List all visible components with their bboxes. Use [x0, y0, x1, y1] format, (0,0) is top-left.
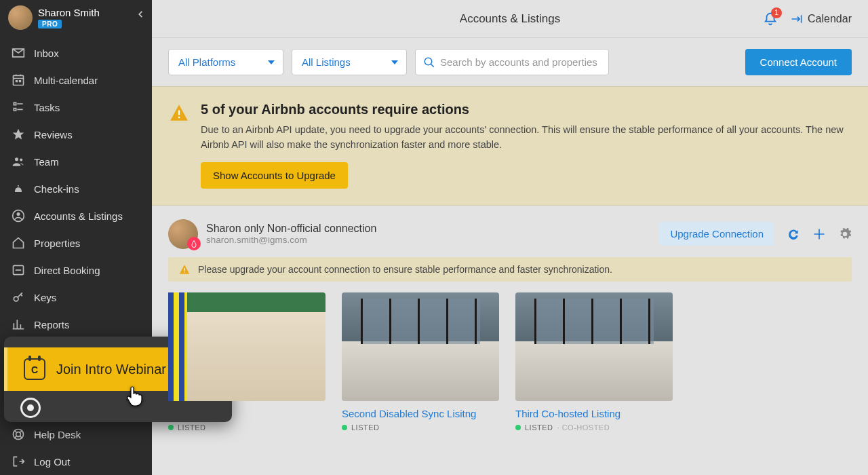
sidebar-item-label: Inbox — [34, 48, 59, 59]
warning-body: Due to an Airbnb API update, you need to… — [201, 123, 850, 153]
sidebar-item-inbox[interactable]: Inbox — [0, 39, 152, 66]
svg-point-8 — [16, 432, 21, 437]
sidebar-item-help-desk[interactable]: Help Desk — [0, 421, 152, 448]
upgrade-warning-banner: 5 of your Airbnb accounts require action… — [152, 86, 868, 206]
sidebar-item-team[interactable]: Team — [0, 148, 152, 175]
add-button[interactable] — [812, 227, 826, 241]
listings-grid: First Listing LISTED Second Disabled Syn… — [168, 292, 852, 432]
upgrade-connection-button[interactable]: Upgrade Connection — [659, 222, 774, 246]
calendar-grid-icon — [11, 73, 26, 88]
listing-thumbnail — [515, 292, 673, 401]
sidebar-item-direct-booking[interactable]: Direct Booking — [0, 256, 152, 284]
select-value: All Platforms — [178, 56, 235, 68]
listings-select[interactable]: All Listings — [292, 49, 407, 75]
sub-warning-text: Please upgrade your account connection t… — [198, 264, 612, 275]
warning-triangle-icon — [179, 264, 190, 275]
bar-chart-icon — [11, 317, 26, 332]
svg-point-2 — [20, 158, 22, 161]
connect-account-button[interactable]: Connect Account — [745, 49, 852, 75]
status-dot-icon — [168, 425, 174, 430]
status-dot-icon — [515, 425, 521, 430]
sidebar-item-reports[interactable]: Reports — [0, 311, 152, 338]
settings-button[interactable] — [838, 227, 852, 241]
topbar: Accounts & Listings 1 Calendar — [152, 0, 868, 38]
calendar-arrow-icon — [790, 12, 804, 26]
listing-status: LISTED CO-HOSTED — [515, 423, 673, 432]
sidebar-item-keys[interactable]: Keys — [0, 284, 152, 311]
key-icon — [11, 290, 26, 305]
sidebar: Sharon Smith PRO Inbox Multi-calendar Ta… — [0, 0, 152, 475]
listing-card[interactable]: Third Co-hosted Listing LISTED CO-HOSTED — [515, 292, 673, 432]
avatar — [8, 5, 33, 30]
sidebar-item-reviews[interactable]: Reviews — [0, 121, 152, 148]
webinar-label: Join Intro Webinar — [56, 362, 166, 377]
sidebar-item-label: Help Desk — [34, 429, 81, 440]
sidebar-nav: Inbox Multi-calendar Tasks Reviews Team … — [0, 39, 152, 338]
select-value: All Listings — [302, 56, 351, 68]
sidebar-item-label: Reports — [34, 319, 70, 330]
record-icon — [20, 398, 41, 418]
pro-badge: PRO — [38, 20, 62, 28]
sidebar-item-label: Keys — [34, 292, 56, 303]
listing-title[interactable]: Third Co-hosted Listing — [515, 408, 673, 419]
account-sub-warning: Please upgrade your account connection t… — [168, 257, 852, 282]
bell-service-icon — [11, 181, 26, 196]
search-icon — [423, 56, 435, 69]
user-circle-icon — [11, 208, 26, 223]
checklist-icon — [11, 100, 26, 115]
notifications-button[interactable]: 1 — [763, 12, 778, 26]
calendar-link[interactable]: Calendar — [790, 12, 852, 26]
sidebar-item-label: Team — [34, 156, 59, 168]
search-input[interactable] — [415, 49, 609, 75]
listing-thumbnail — [342, 292, 499, 401]
user-name: Sharon Smith — [38, 7, 100, 18]
sidebar-user[interactable]: Sharon Smith PRO — [0, 0, 152, 35]
account-section: Sharon only Non-official connection shar… — [152, 206, 868, 432]
sidebar-item-tasks[interactable]: Tasks — [0, 94, 152, 121]
account-name: Sharon only Non-official connection — [206, 223, 651, 235]
star-icon — [11, 127, 26, 142]
sidebar-item-properties[interactable]: Properties — [0, 229, 152, 256]
svg-rect-0 — [14, 75, 24, 85]
platforms-select[interactable]: All Platforms — [168, 49, 283, 75]
warning-triangle-icon — [170, 103, 189, 122]
sidebar-item-checkins[interactable]: Check-ins — [0, 175, 152, 202]
calendar-label: Calendar — [808, 13, 852, 25]
logout-icon — [11, 454, 26, 469]
sidebar-item-label: Direct Booking — [34, 265, 100, 276]
listing-thumbnail — [168, 292, 326, 401]
gear-icon — [838, 227, 852, 241]
listing-card[interactable]: Second Disabled Sync Lisitng LISTED — [342, 292, 499, 432]
people-icon — [11, 154, 26, 169]
account-header: Sharon only Non-official connection shar… — [168, 219, 852, 249]
filters-row: All Platforms All Listings Connect Accou… — [152, 38, 868, 86]
refresh-button[interactable] — [787, 227, 800, 241]
svg-rect-12 — [184, 268, 184, 271]
sidebar-item-label: Check-ins — [34, 183, 79, 195]
svg-point-4 — [17, 212, 20, 216]
sidebar-item-label: Properties — [34, 238, 80, 249]
sidebar-item-multi-calendar[interactable]: Multi-calendar — [0, 66, 152, 94]
svg-point-6 — [14, 297, 18, 301]
chevron-left-icon — [136, 10, 145, 19]
sidebar-item-label: Multi-calendar — [34, 75, 98, 86]
svg-rect-13 — [184, 271, 184, 272]
sidebar-item-logout[interactable]: Log Out — [0, 448, 152, 475]
airbnb-badge-icon — [187, 237, 201, 250]
status-dot-icon — [342, 425, 347, 430]
sidebar-item-label: Accounts & Listings — [34, 210, 123, 222]
refresh-icon — [787, 227, 800, 241]
sidebar-item-accounts-listings[interactable]: Accounts & Listings — [0, 202, 152, 229]
notification-badge: 1 — [771, 7, 782, 18]
show-accounts-upgrade-button[interactable]: Show Accounts to Upgrade — [201, 162, 348, 189]
lifebuoy-icon — [11, 427, 26, 442]
listing-status: LISTED — [342, 423, 499, 432]
listing-title[interactable]: Second Disabled Sync Lisitng — [342, 408, 499, 419]
page-title: Accounts & Listings — [460, 12, 560, 26]
main-content: Accounts & Listings 1 Calendar All Platf… — [152, 0, 868, 475]
sidebar-item-label: Reviews — [34, 129, 73, 140]
sidebar-collapse-button[interactable] — [136, 10, 145, 19]
svg-rect-11 — [178, 117, 180, 118]
account-email: sharon.smith@igms.com — [206, 235, 651, 245]
home-icon — [11, 235, 26, 250]
